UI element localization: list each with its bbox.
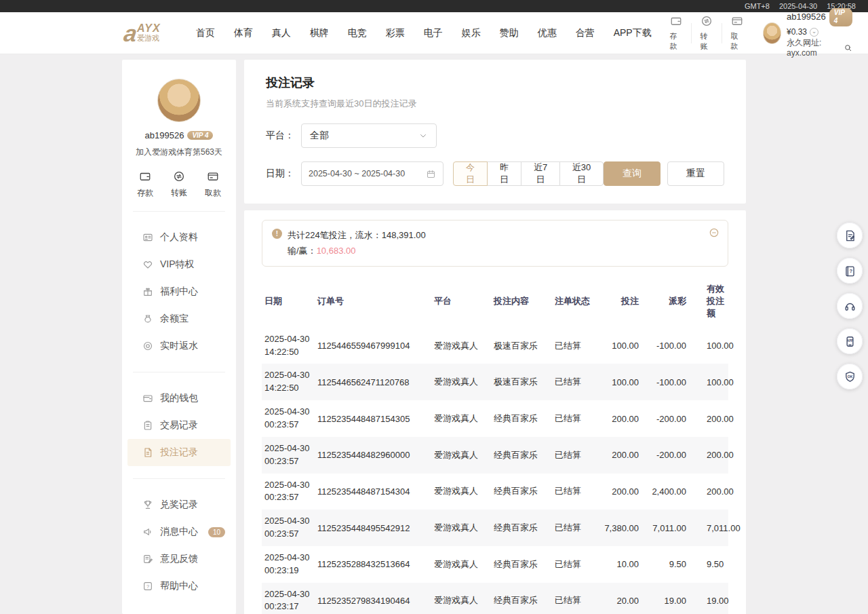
nav-item-真人[interactable]: 真人 xyxy=(262,27,300,39)
sidebar-wallet-存款[interactable]: 存款 xyxy=(137,170,153,199)
cell-status: 已结算 xyxy=(552,364,599,400)
quick-date-昨日[interactable]: 昨日 xyxy=(487,161,521,186)
table-row[interactable]: 2025-04-3014:22:501125446562471120768爱游戏… xyxy=(262,364,728,400)
nav-item-优惠[interactable]: 优惠 xyxy=(528,27,566,39)
sidebar-item-label: 实时返水 xyxy=(160,340,198,352)
quick-date-今日[interactable]: 今日 xyxy=(453,161,488,186)
search-icon[interactable] xyxy=(844,43,852,52)
quick-date-近7日[interactable]: 近7日 xyxy=(521,161,560,186)
chevron-down-icon xyxy=(418,131,428,140)
sidebar-item-label: 交易记录 xyxy=(160,419,198,431)
cell-bet-amount: 200.00 xyxy=(599,400,642,437)
platform-select[interactable]: 全部 xyxy=(301,123,437,148)
nav-item-电竞[interactable]: 电竞 xyxy=(338,27,376,39)
cell-payout: 9.50 xyxy=(642,546,692,583)
date-range-input[interactable]: 2025-04-30 ~ 2025-04-30 xyxy=(301,161,443,186)
wallet-action-label: 转账 xyxy=(171,187,187,199)
cell-order-number: 1125235279834190464 xyxy=(315,583,431,614)
nav-item-合营[interactable]: 合营 xyxy=(566,27,604,39)
table-row[interactable]: 2025-04-3014:22:501125446559467999104爱游戏… xyxy=(262,328,728,364)
sidebar-item-label: 余额宝 xyxy=(160,313,189,325)
logo[interactable]: a AYX 爱游戏 xyxy=(124,22,161,45)
cell-status: 已结算 xyxy=(552,546,599,583)
feedback-float-button[interactable] xyxy=(837,223,863,248)
cell-platform: 爱游戏真人 xyxy=(431,583,491,614)
header: a AYX 爱游戏 首页体育真人棋牌电竞彩票电子娱乐赞助优惠合营APP下载 存款… xyxy=(0,12,868,54)
svg-text:?: ? xyxy=(849,268,852,274)
cell-date: 2025-04-3014:22:50 xyxy=(262,328,315,364)
sidebar-item-VIP特权[interactable]: VIP特权 xyxy=(122,251,236,278)
avatar[interactable] xyxy=(157,79,201,122)
refresh-balance-icon[interactable]: ⌄ xyxy=(810,28,818,37)
search-button[interactable]: 查询 xyxy=(604,161,660,186)
quick-date-近30日[interactable]: 近30日 xyxy=(559,161,604,186)
joined-days-label: 加入爱游戏体育第563天 xyxy=(136,147,222,158)
customer-service-float-button[interactable] xyxy=(837,293,863,319)
table-row[interactable]: 2025-04-3000:23:171125235279834190464爱游戏… xyxy=(262,583,728,614)
row-date: 2025-04-30 xyxy=(264,333,312,346)
bet-record-icon xyxy=(142,447,153,458)
sidebar-item-实时返水[interactable]: 实时返水 xyxy=(122,332,236,360)
nav-item-赞助[interactable]: 赞助 xyxy=(490,27,528,39)
nav-item-电子[interactable]: 电子 xyxy=(414,27,452,39)
table-row[interactable]: 2025-04-3000:23:571125235448487154305爱游戏… xyxy=(262,400,728,437)
cell-bet-content: 经典百家乐 xyxy=(491,546,552,583)
wallet-action-label: 取款 xyxy=(205,187,221,199)
cell-bet-content: 极速百家乐 xyxy=(491,364,552,400)
cell-bet-content: 经典百家乐 xyxy=(491,510,552,546)
sidebar-item-余额宝[interactable]: 余额宝 xyxy=(122,305,236,332)
nav-item-APP下载[interactable]: APP下载 xyxy=(604,27,661,39)
column-header-日期: 日期 xyxy=(262,275,315,328)
row-date: 2025-04-30 xyxy=(264,552,312,564)
table-row[interactable]: 2025-04-3000:23:191125235288432513664爱游戏… xyxy=(262,546,728,583)
nav-item-首页[interactable]: 首页 xyxy=(186,27,224,39)
cell-date: 2025-04-3000:23:19 xyxy=(262,546,315,583)
sidebar-wallet-转账[interactable]: 转账 xyxy=(171,170,187,199)
records-card: ! 共计224笔投注，流水：148,391.00 输/赢：10,683.00 日… xyxy=(244,210,746,614)
column-header-订单号: 订单号 xyxy=(315,275,431,328)
security-float-button[interactable]: OK xyxy=(837,364,863,389)
sidebar-menu-group: 个人资料VIP特权福利中心余额宝实时返水 xyxy=(122,224,236,360)
sidebar-item-福利中心[interactable]: 福利中心 xyxy=(122,278,236,305)
summary-alert: ! 共计224笔投注，流水：148,391.00 输/赢：10,683.00 xyxy=(262,220,728,267)
table-row[interactable]: 2025-04-3000:23:571125235448482960000爱游戏… xyxy=(262,437,728,474)
sidebar-item-投注记录[interactable]: 投注记录 xyxy=(127,439,231,466)
nav-item-娱乐[interactable]: 娱乐 xyxy=(452,27,490,39)
row-time: 00:23:57 xyxy=(264,491,312,504)
sidebar-item-交易记录[interactable]: 交易记录 xyxy=(122,412,236,439)
sidebar-item-帮助中心[interactable]: ?帮助中心 xyxy=(122,573,236,600)
collapse-icon[interactable] xyxy=(709,227,719,238)
quick-action-转账[interactable]: 转账 xyxy=(692,15,722,52)
sidebar-item-个人资料[interactable]: 个人资料 xyxy=(122,224,236,251)
nav-item-体育[interactable]: 体育 xyxy=(224,27,262,39)
quick-action-label: 取款 xyxy=(731,31,743,52)
faq-float-button[interactable]: ? xyxy=(837,258,863,284)
feedback-icon xyxy=(142,554,153,564)
quick-action-存款[interactable]: 存款 xyxy=(661,15,691,52)
table-row[interactable]: 2025-04-3000:23:571125235448487154304爱游戏… xyxy=(262,474,728,510)
table-row[interactable]: 2025-04-3000:23:571125235448495542912爱游戏… xyxy=(262,510,728,546)
sidebar-item-意见反馈[interactable]: 意见反馈 xyxy=(122,545,236,573)
sidebar-item-我的钱包[interactable]: 我的钱包 xyxy=(122,385,236,412)
sidebar-item-消息中心[interactable]: 消息中心10 xyxy=(122,518,236,545)
sidebar-wallet-取款[interactable]: 取款 xyxy=(205,170,221,199)
cell-order-number: 1125235448495542912 xyxy=(315,510,431,546)
quick-action-取款[interactable]: 取款 xyxy=(722,15,752,52)
column-header-注单状态: 注单状态 xyxy=(552,275,599,328)
sidebar-item-label: 个人资料 xyxy=(160,231,198,244)
avatar[interactable] xyxy=(763,22,781,44)
deposit-icon xyxy=(139,170,151,185)
sidebar-item-label: 投注记录 xyxy=(160,446,198,459)
reset-button[interactable]: 重置 xyxy=(667,161,724,186)
app-download-float-button[interactable]: APP xyxy=(837,328,863,354)
column-header-投注: 投注 xyxy=(599,275,642,328)
nav-item-彩票[interactable]: 彩票 xyxy=(376,27,414,39)
row-time: 00:23:57 xyxy=(264,528,312,541)
permanent-url[interactable]: 永久网址: ayx.com xyxy=(787,38,852,58)
sidebar-item-兑奖记录[interactable]: 兑奖记录 xyxy=(122,491,236,518)
nav-item-棋牌[interactable]: 棋牌 xyxy=(300,27,338,39)
divider xyxy=(133,372,225,372)
transfer-icon xyxy=(701,15,713,29)
sidebar-wallet-actions: 存款转账取款 xyxy=(122,170,236,199)
sidebar-item-label: VIP特权 xyxy=(160,258,195,271)
